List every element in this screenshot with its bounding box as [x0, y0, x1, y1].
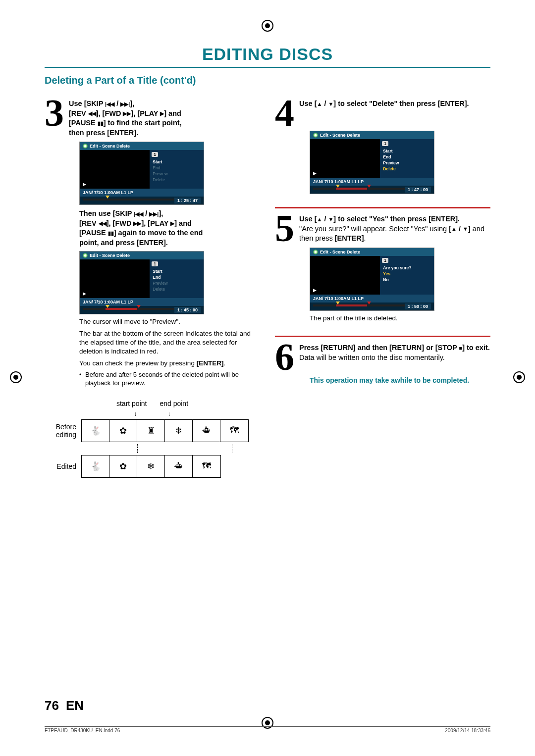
fwd-icon: ▶▶: [133, 221, 141, 226]
indd-timestamp: 2009/12/14 18:33:46: [445, 728, 490, 733]
rev-icon: ◀◀: [88, 111, 96, 116]
skip-next-icon: ▶▶|: [149, 211, 159, 217]
osd-timecode: 1 : 25 : 47: [174, 198, 201, 203]
skip-prev-icon: |◀◀: [105, 101, 114, 107]
step-number: 6: [275, 343, 294, 371]
up-icon: ▲: [317, 217, 322, 222]
step-number: 3: [45, 99, 64, 138]
divider: [275, 336, 490, 337]
print-metadata: E7PEAUD_DR430KU_EN.indd 76 2009/12/14 18…: [45, 726, 490, 733]
osd-screenshot-1: Edit - Scene Delete 1 Start End Preview …: [79, 142, 204, 205]
step-4: 4 Use [▲ / ▼] to select "Delete" then pr…: [275, 98, 490, 127]
body-paragraph: The bar at the bottom of the screen indi…: [79, 329, 260, 356]
down-icon: ▼: [328, 101, 333, 107]
disc-icon: [83, 144, 88, 149]
osd-preview-area: [310, 139, 380, 178]
rev-icon: ◀◀: [99, 221, 107, 226]
timeline-diagram: start point end point ↓ ↓ Before editing…: [45, 400, 260, 478]
start-point-label: start point: [116, 400, 147, 407]
disc-icon: [83, 253, 88, 258]
arrow-down-icon: ↓: [134, 410, 137, 417]
step-6: 6 Press [RETURN] and then [RETURN] or [S…: [275, 342, 490, 371]
step-instruction: Use [▲ / ▼] to select "Yes" then press […: [299, 213, 490, 244]
end-point-label: end point: [160, 400, 188, 407]
body-paragraph: You can check the preview by pressing [E…: [79, 359, 260, 368]
step-5: 5 Use [▲ / ▼] to select "Yes" then press…: [275, 213, 490, 244]
page-number: 76: [45, 698, 59, 713]
step-instruction: Use [▲ / ▼] to select "Delete" then pres…: [299, 98, 469, 127]
page-title: EDITING DISCS: [45, 45, 490, 64]
osd-timecode: 1 : 45 : 00: [174, 307, 201, 313]
skip-prev-icon: |◀◀: [134, 211, 143, 217]
osd-menu: Are you sure? Yes No: [380, 264, 434, 284]
osd-title-chip: 1: [152, 261, 158, 266]
osd-timecode: 1 : 47 : 00: [405, 187, 431, 193]
up-icon: ▲: [317, 101, 322, 107]
osd-title-chip: 1: [382, 141, 388, 146]
osd-preview-area: [80, 259, 150, 298]
title-underline: [45, 67, 490, 68]
pause-icon: ▮▮: [108, 231, 114, 236]
osd-preview-area: [310, 256, 380, 295]
osd-timecode: 1 : 50 : 00: [405, 303, 431, 309]
body-paragraph: The part of the title is deleted.: [310, 314, 490, 323]
step-instruction-mid: Then use [SKIP |◀◀ / ▶▶|], [REV ◀◀], [FW…: [79, 208, 260, 248]
osd-title-chip: 1: [382, 258, 388, 263]
osd-screenshot-2: Edit - Scene Delete 1 Start End Preview …: [79, 251, 204, 314]
edited-label: Edited: [45, 462, 76, 470]
osd-menu: Start End Preview Delete: [150, 158, 204, 184]
body-paragraph: The cursor will move to "Preview".: [79, 317, 260, 326]
down-icon: ▼: [463, 226, 468, 232]
disc-icon: [313, 250, 318, 254]
osd-preview-area: [80, 150, 150, 189]
step-instruction: Use [SKIP |◀◀ / ▶▶|], [REV ◀◀], [FWD ▶▶]…: [69, 98, 182, 138]
note-box: This operation may take awhile to be com…: [310, 376, 490, 385]
down-icon: ▼: [328, 217, 333, 222]
page-footer: 76EN: [45, 698, 84, 713]
up-icon: ▲: [451, 226, 457, 232]
before-editing-label: Before editing: [45, 423, 76, 439]
disc-icon: [313, 133, 318, 138]
osd-title-chip: 1: [152, 152, 158, 157]
fwd-icon: ▶▶: [123, 111, 131, 116]
step-3: 3 Use [SKIP |◀◀ / ▶▶|], [REV ◀◀], [FWD ▶…: [45, 98, 260, 138]
pause-icon: ▮▮: [98, 121, 104, 126]
divider: [275, 207, 490, 208]
step-number: 4: [275, 99, 294, 127]
step-number: 5: [275, 214, 294, 244]
arrow-down-icon: ↓: [168, 410, 171, 417]
body-bullet: Before and after 5 seconds of the delete…: [79, 370, 260, 388]
indd-filename: E7PEAUD_DR430KU_EN.indd 76: [45, 728, 120, 733]
osd-screenshot-4: Edit - Scene Delete 1 Start End Preview …: [310, 131, 434, 194]
skip-next-icon: ▶▶|: [120, 101, 130, 107]
osd-menu: Start End Preview Delete: [150, 267, 204, 293]
osd-screenshot-5: Edit - Scene Delete 1 Are you sure? Yes …: [310, 248, 434, 311]
step-instruction: Press [RETURN] and then [RETURN] or [STO…: [299, 342, 490, 371]
osd-menu: Start End Preview Delete: [380, 147, 434, 173]
page-lang: EN: [66, 698, 84, 713]
section-title: Deleting a Part of a Title (cont'd): [45, 75, 490, 86]
